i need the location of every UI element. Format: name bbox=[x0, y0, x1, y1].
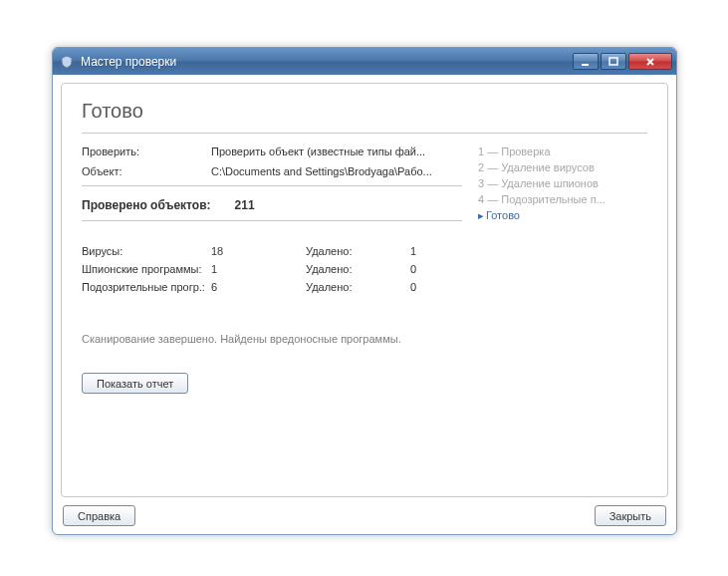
page-title: Готово bbox=[82, 100, 647, 123]
stat-deleted-label: Удалено: bbox=[306, 263, 410, 275]
minimize-button[interactable] bbox=[573, 53, 599, 70]
divider bbox=[82, 133, 647, 134]
window-buttons bbox=[573, 53, 672, 70]
svg-rect-1 bbox=[609, 58, 617, 65]
footer: Справка Закрыть bbox=[61, 497, 668, 526]
maximize-button[interactable] bbox=[601, 53, 626, 70]
step-done: ▸Готово bbox=[478, 209, 647, 222]
stat-count: 1 bbox=[211, 263, 306, 275]
check-value: Проверить объект (известные типы фай... bbox=[211, 145, 462, 157]
stat-name: Подозрительные прогр.: bbox=[82, 281, 211, 293]
close-dialog-button[interactable]: Закрыть bbox=[595, 505, 666, 526]
stat-deleted-count: 0 bbox=[410, 263, 440, 275]
scanned-value: 211 bbox=[235, 198, 255, 212]
stat-count: 6 bbox=[211, 281, 306, 293]
stat-name: Вирусы: bbox=[82, 245, 211, 257]
step-2: 2 — Удаление вирусов bbox=[478, 161, 647, 173]
stats-row-spyware: Шпионские программы: 1 Удалено: 0 bbox=[82, 263, 462, 275]
show-report-wrap: Показать отчет bbox=[82, 373, 462, 394]
stat-name: Шпионские программы: bbox=[82, 263, 211, 275]
steps-column: 1 — Проверка 2 — Удаление вирусов 3 — Уд… bbox=[478, 145, 647, 394]
show-report-button[interactable]: Показать отчет bbox=[82, 373, 188, 394]
stat-count: 18 bbox=[211, 245, 306, 257]
summary-column: Проверить: Проверить объект (известные т… bbox=[82, 145, 478, 394]
divider bbox=[82, 185, 462, 186]
object-label: Объект: bbox=[82, 165, 211, 177]
close-button[interactable] bbox=[628, 53, 672, 70]
help-button[interactable]: Справка bbox=[63, 505, 135, 526]
app-shield-icon bbox=[59, 54, 75, 70]
divider bbox=[82, 220, 462, 221]
step-4: 4 — Подозрительные п... bbox=[478, 193, 647, 205]
check-row: Проверить: Проверить объект (известные т… bbox=[82, 145, 462, 157]
object-row: Объект: C:\Documents and Settings\Brodya… bbox=[82, 165, 462, 177]
check-label: Проверить: bbox=[82, 145, 211, 157]
status-message: Сканирование завершено. Найдены вредонос… bbox=[82, 333, 462, 345]
scanned-row: Проверено объектов: 211 bbox=[82, 198, 462, 212]
scanned-label: Проверено объектов: bbox=[82, 198, 211, 212]
wizard-window: Мастер проверки Готово Проверить: Провер… bbox=[52, 47, 677, 535]
object-value: C:\Documents and Settings\Brodyaga\Рабо.… bbox=[211, 165, 462, 177]
window-title: Мастер проверки bbox=[81, 55, 573, 69]
stat-deleted-label: Удалено: bbox=[306, 245, 410, 257]
step-1: 1 — Проверка bbox=[478, 145, 647, 157]
content-panel: Готово Проверить: Проверить объект (изве… bbox=[61, 83, 668, 497]
stats-block: Вирусы: 18 Удалено: 1 Шпионские программ… bbox=[82, 245, 462, 293]
svg-rect-0 bbox=[582, 64, 589, 66]
window-body: Готово Проверить: Проверить объект (изве… bbox=[53, 75, 676, 534]
caret-right-icon: ▸ bbox=[478, 209, 486, 222]
titlebar[interactable]: Мастер проверки bbox=[53, 48, 676, 75]
stat-deleted-label: Удалено: bbox=[306, 281, 410, 293]
main-columns: Проверить: Проверить объект (известные т… bbox=[82, 145, 647, 394]
step-3: 3 — Удаление шпионов bbox=[478, 177, 647, 189]
stat-deleted-count: 1 bbox=[410, 245, 440, 257]
stat-deleted-count: 0 bbox=[410, 281, 440, 293]
step-list: 1 — Проверка 2 — Удаление вирусов 3 — Уд… bbox=[478, 145, 647, 222]
stats-row-suspicious: Подозрительные прогр.: 6 Удалено: 0 bbox=[82, 281, 462, 293]
stats-row-viruses: Вирусы: 18 Удалено: 1 bbox=[82, 245, 462, 257]
